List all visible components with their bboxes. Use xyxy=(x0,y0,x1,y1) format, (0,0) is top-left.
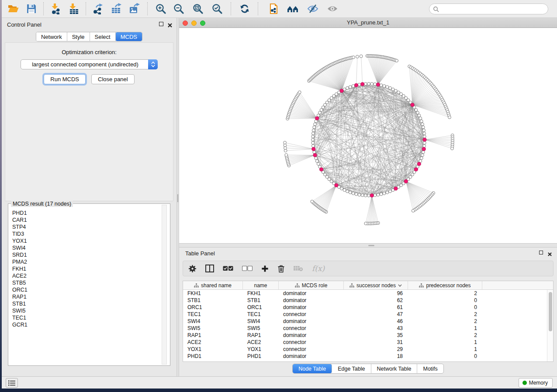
table-row[interactable]: STB1STB1dominator620 xyxy=(183,297,547,304)
cell[interactable]: dominator xyxy=(279,332,344,339)
cell[interactable]: PHD1 xyxy=(243,353,279,360)
mcds-result-item[interactable]: STB1 xyxy=(12,300,160,307)
cell[interactable]: RAP1 xyxy=(183,332,243,339)
mcds-result-item[interactable]: STB5 xyxy=(12,279,160,286)
cell[interactable]: connector xyxy=(279,346,344,353)
table-float-icon[interactable] xyxy=(539,251,543,254)
mcds-result-item[interactable]: SWI4 xyxy=(12,244,160,251)
table-row[interactable]: RAP1RAP1dominator352 xyxy=(183,332,547,339)
export-network-icon[interactable] xyxy=(89,1,107,16)
column-header-MCDS-role[interactable]: MCDS role xyxy=(279,281,344,289)
cell[interactable]: YOX1 xyxy=(183,346,243,353)
import-network-icon[interactable] xyxy=(47,1,65,16)
horizontal-splitter[interactable] xyxy=(179,243,557,248)
tab-network-table[interactable]: Network Table xyxy=(371,364,418,373)
cell[interactable]: dominator xyxy=(279,290,344,297)
run-mcds-button[interactable]: Run MCDS xyxy=(44,74,86,84)
cell[interactable]: 1 xyxy=(408,339,482,346)
mcds-result-item[interactable]: TEC1 xyxy=(12,314,160,321)
close-panel-icon[interactable] xyxy=(168,21,172,29)
cell[interactable]: dominator xyxy=(279,318,344,325)
cell[interactable]: dominator xyxy=(279,304,344,311)
show-column-panel-icon[interactable] xyxy=(205,264,214,273)
open-session-icon[interactable] xyxy=(4,1,22,16)
cell[interactable]: dominator xyxy=(279,353,344,360)
table-row[interactable]: SWI4SWI4dominator462 xyxy=(183,318,547,325)
cell[interactable]: connector xyxy=(279,339,344,346)
cell[interactable]: TEC1 xyxy=(243,311,279,318)
mcds-result-item[interactable]: SRD1 xyxy=(12,251,160,258)
mcds-result-item[interactable]: RAP1 xyxy=(12,293,160,300)
criterion-dropdown[interactable]: largest connected component (undirected) xyxy=(21,59,158,69)
cell[interactable]: 1 xyxy=(408,325,482,332)
cell[interactable]: 0 xyxy=(408,304,482,311)
tab-node-table[interactable]: Node Table xyxy=(293,364,332,373)
mcds-result-item[interactable]: ACE2 xyxy=(12,272,160,279)
cell[interactable]: ORC1 xyxy=(183,304,243,311)
search-input[interactable] xyxy=(429,3,548,14)
mcds-result-item[interactable]: YOX1 xyxy=(12,237,160,244)
table-scrollbar-thumb[interactable] xyxy=(549,292,552,331)
cell[interactable]: 2 xyxy=(408,318,482,325)
mcds-result-item[interactable]: STP4 xyxy=(12,224,160,230)
table-row[interactable]: PHD1PHD1dominator180 xyxy=(183,353,547,360)
tab-style[interactable]: Style xyxy=(67,32,90,41)
cell[interactable]: 18 xyxy=(344,353,408,360)
show-graphics-details-icon[interactable] xyxy=(323,1,341,16)
splitter-handle-icon[interactable] xyxy=(368,245,374,246)
cell[interactable]: ACE2 xyxy=(243,339,279,346)
zoom-fit-icon[interactable] xyxy=(189,1,207,16)
cell[interactable]: ORC1 xyxy=(243,304,279,311)
table-row[interactable]: TEC1TEC1connector472 xyxy=(183,311,547,318)
tab-edge-table[interactable]: Edge Table xyxy=(332,364,371,373)
mcds-result-item[interactable]: CAR1 xyxy=(12,217,160,224)
cell[interactable]: SWI4 xyxy=(243,318,279,325)
cell[interactable]: ACE2 xyxy=(183,339,243,346)
unselect-all-columns-icon[interactable] xyxy=(242,264,253,273)
table-row[interactable]: SWI5SWI5connector431 xyxy=(183,325,547,332)
tab-mcds[interactable]: MCDS xyxy=(116,32,142,41)
search-network-icon[interactable] xyxy=(284,1,302,16)
table-row[interactable]: YOX1YOX1connector291 xyxy=(183,346,547,353)
column-header-name[interactable]: name xyxy=(243,281,279,289)
tab-motifs[interactable]: Motifs xyxy=(417,364,443,373)
cell[interactable]: 2 xyxy=(408,290,482,297)
create-column-icon[interactable] xyxy=(261,264,269,273)
window-minimize-icon[interactable] xyxy=(191,21,197,26)
tab-network[interactable]: Network xyxy=(36,32,67,41)
column-header-shared-name[interactable]: shared name xyxy=(183,281,243,289)
cell[interactable]: 47 xyxy=(344,311,408,318)
network-window-titlebar[interactable]: YPA_prune.txt_1 xyxy=(179,18,557,28)
cell[interactable]: dominator xyxy=(279,297,344,304)
window-close-icon[interactable] xyxy=(183,21,188,26)
network-graph[interactable] xyxy=(179,28,557,243)
column-header-predecessor-nodes[interactable]: predecessor nodes xyxy=(408,281,482,289)
table-row[interactable]: ACE2ACE2connector311 xyxy=(183,339,547,346)
cell[interactable]: 62 xyxy=(344,297,408,304)
cell[interactable]: connector xyxy=(279,325,344,332)
cell[interactable]: PHD1 xyxy=(183,353,243,360)
cell[interactable]: 2 xyxy=(408,332,482,339)
save-session-icon[interactable] xyxy=(22,1,40,16)
delete-column-icon[interactable] xyxy=(277,264,285,273)
cell[interactable]: 46 xyxy=(344,318,408,325)
mcds-list-scrollbar[interactable] xyxy=(162,205,167,364)
cell[interactable]: connector xyxy=(279,311,344,318)
cell[interactable]: 43 xyxy=(344,325,408,332)
cell[interactable]: FKH1 xyxy=(243,290,279,297)
table-settings-gear-icon[interactable] xyxy=(188,264,197,273)
cell[interactable]: SWI5 xyxy=(183,325,243,332)
zoom-selected-icon[interactable] xyxy=(208,1,226,16)
tab-select[interactable]: Select xyxy=(90,32,116,41)
table-row[interactable]: FKH1FKH1dominator962 xyxy=(183,290,547,297)
cell[interactable]: 0 xyxy=(408,353,482,360)
cell[interactable]: FKH1 xyxy=(183,290,243,297)
cell[interactable]: RAP1 xyxy=(243,332,279,339)
apply-layout-icon[interactable] xyxy=(235,1,253,16)
window-zoom-icon[interactable] xyxy=(200,21,205,26)
hide-graphics-details-icon[interactable] xyxy=(304,1,322,16)
zoom-in-icon[interactable] xyxy=(152,1,170,16)
cell[interactable]: YOX1 xyxy=(243,346,279,353)
zoom-out-icon[interactable] xyxy=(170,1,188,16)
table-scrollbar[interactable] xyxy=(547,290,553,361)
